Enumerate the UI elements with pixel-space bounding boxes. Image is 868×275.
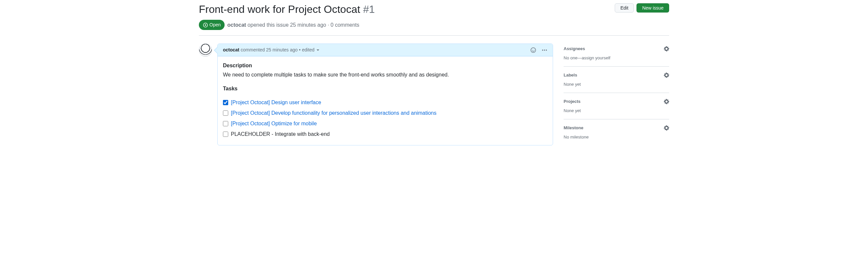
kebab-icon <box>541 47 548 53</box>
smiley-icon <box>530 47 536 53</box>
task-issue-link[interactable]: [Project Octocat] Design user interface <box>231 99 321 106</box>
assignees-heading: Assignees <box>564 45 585 52</box>
state-text: Open <box>209 22 221 28</box>
description-heading: Description <box>223 62 548 69</box>
issue-opened-text: opened this issue 25 minutes ago <box>248 22 326 28</box>
task-item: PLACEHOLDER - Integrate with back-end <box>223 129 548 140</box>
issue-author-link[interactable]: octocat <box>227 22 246 28</box>
gear-icon <box>664 72 669 78</box>
svg-point-0 <box>531 48 536 53</box>
svg-point-5 <box>546 50 547 51</box>
task-list: [Project Octocat] Design user interface[… <box>223 97 548 140</box>
projects-value: None yet <box>564 108 669 114</box>
description-text: We need to complete multiple tasks to ma… <box>223 71 548 79</box>
task-issue-link[interactable]: [Project Octocat] Develop functionality … <box>231 109 436 117</box>
kebab-menu-button[interactable] <box>541 47 548 53</box>
gear-icon <box>664 46 669 52</box>
tasks-heading: Tasks <box>223 85 548 93</box>
chevron-down-icon <box>317 50 319 51</box>
comment-author-link[interactable]: octocat <box>223 47 240 54</box>
gear-icon <box>664 125 669 130</box>
assignees-value: No one—assign yourself <box>564 55 669 61</box>
projects-heading: Projects <box>564 98 581 105</box>
emoji-reaction-button[interactable] <box>530 47 536 53</box>
task-checkbox[interactable] <box>223 131 228 137</box>
milestone-heading: Milestone <box>564 125 583 131</box>
task-checkbox[interactable] <box>223 111 228 116</box>
milestone-gear-button[interactable] <box>664 125 669 130</box>
task-label: PLACEHOLDER - Integrate with back-end <box>231 130 330 138</box>
issue-open-icon <box>203 23 208 28</box>
svg-point-3 <box>542 50 543 51</box>
new-issue-button[interactable]: New issue <box>637 3 669 12</box>
labels-gear-button[interactable] <box>664 72 669 78</box>
svg-point-2 <box>534 49 534 50</box>
task-checkbox[interactable] <box>223 100 228 105</box>
edited-dropdown[interactable]: edited <box>302 47 319 54</box>
task-item: [Project Octocat] Design user interface <box>223 97 548 108</box>
assignees-gear-button[interactable] <box>664 46 669 52</box>
issue-comments-count: 0 comments <box>331 22 359 28</box>
issue-meta: octocat opened this issue 25 minutes ago… <box>227 21 359 29</box>
issue-title-text: Front-end work for Project Octocat <box>199 3 360 15</box>
labels-heading: Labels <box>564 72 577 79</box>
milestone-value: No milestone <box>564 134 669 141</box>
issue-number: #1 <box>363 3 375 15</box>
task-item: [Project Octocat] Optimize for mobile <box>223 118 548 129</box>
state-badge: Open <box>199 20 225 30</box>
task-issue-link[interactable]: [Project Octocat] Optimize for mobile <box>231 120 317 128</box>
task-item: [Project Octocat] Develop functionality … <box>223 108 548 118</box>
comment-box: octocat commented 25 minutes ago • edite… <box>217 43 553 145</box>
issue-title: Front-end work for Project Octocat #1 <box>199 3 375 16</box>
projects-gear-button[interactable] <box>664 99 669 104</box>
labels-value: None yet <box>564 81 669 88</box>
gear-icon <box>664 99 669 104</box>
comment-timestamp: commented 25 minutes ago <box>241 47 298 54</box>
svg-point-1 <box>532 49 533 50</box>
task-checkbox[interactable] <box>223 121 228 126</box>
assign-yourself-link[interactable]: assign yourself <box>582 55 611 60</box>
avatar[interactable] <box>199 43 212 57</box>
svg-point-4 <box>544 50 545 51</box>
edit-button[interactable]: Edit <box>615 3 634 12</box>
